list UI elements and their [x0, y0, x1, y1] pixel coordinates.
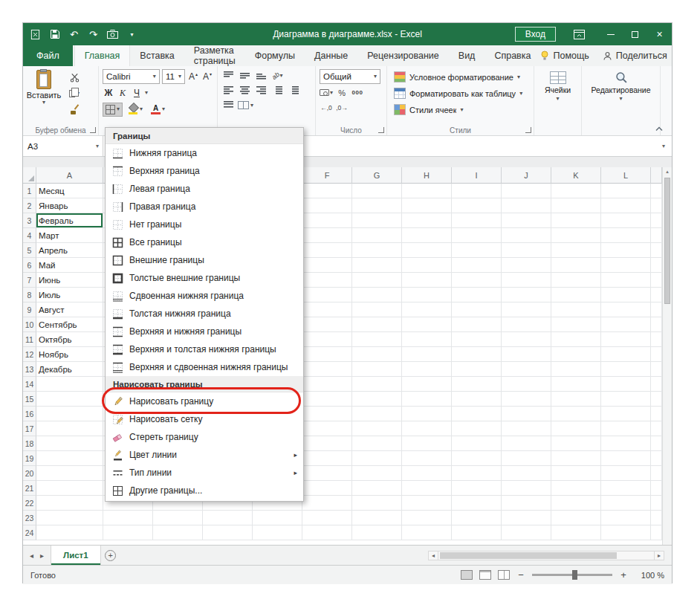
paste-button[interactable]: Вставить ▾ [27, 69, 61, 115]
page-layout-view-button[interactable] [479, 570, 491, 580]
styles-dialog-launcher[interactable] [525, 127, 531, 133]
cell-G14[interactable] [352, 377, 402, 392]
cells-button[interactable]: Ячейки ▾ [538, 69, 577, 102]
align-middle-button[interactable] [238, 69, 252, 82]
formula-bar-expand-button[interactable]: ▾ [655, 136, 672, 156]
cell-D24[interactable] [203, 525, 253, 540]
cell-I8[interactable] [452, 288, 502, 302]
cell-J18[interactable] [502, 436, 551, 451]
cell-K9[interactable] [551, 302, 601, 317]
cell-F20[interactable] [302, 466, 352, 481]
row-header-7[interactable]: 7 [23, 273, 36, 288]
tab-данные[interactable]: Данные [305, 45, 357, 66]
cell-F21[interactable] [302, 481, 352, 496]
cell-J24[interactable] [502, 525, 551, 540]
row-header-3[interactable]: 3 [23, 213, 36, 228]
cell-H17[interactable] [402, 421, 452, 436]
underline-button[interactable]: Ч [131, 86, 143, 100]
save-button[interactable] [48, 28, 61, 41]
menu-item-border-none[interactable]: Нет границы [106, 216, 303, 233]
cell-J4[interactable] [502, 228, 551, 243]
row-header-4[interactable]: 4 [23, 228, 36, 243]
cell-L14[interactable] [601, 377, 651, 392]
previous-sheet-button[interactable]: ◂ [30, 551, 33, 560]
cell-I4[interactable] [452, 228, 502, 243]
cell-A11[interactable]: Октябрь [36, 332, 103, 347]
align-top-button[interactable] [221, 69, 236, 82]
cell-J14[interactable] [502, 377, 551, 392]
percent-style-button[interactable]: % [335, 86, 349, 99]
cell-H2[interactable] [402, 198, 452, 213]
cell-G20[interactable] [352, 466, 402, 481]
row-header-9[interactable]: 9 [23, 302, 36, 317]
cell-J19[interactable] [502, 451, 551, 466]
cell-G15[interactable] [352, 392, 402, 407]
increase-font-size-button[interactable]: A▴ [187, 70, 199, 83]
cell-I3[interactable] [452, 213, 502, 228]
cell-A3[interactable]: Февраль [36, 213, 103, 228]
menu-item-line-color[interactable]: Цвет линии▸ [106, 446, 303, 464]
cell-L12[interactable] [601, 347, 651, 362]
cell-F9[interactable] [302, 302, 352, 317]
cell-I15[interactable] [452, 392, 502, 407]
cell-K20[interactable] [551, 466, 601, 481]
cell-A19[interactable] [36, 451, 103, 466]
cell-I19[interactable] [452, 451, 502, 466]
cell-G21[interactable] [352, 481, 402, 496]
menu-item-line-style[interactable]: Тип линии▸ [106, 464, 303, 482]
cell-L13[interactable] [601, 362, 651, 377]
cell-F3[interactable] [302, 213, 352, 228]
menu-item-border-double-bottom[interactable]: Сдвоенная нижняя граница [106, 287, 303, 305]
menu-item-border-thick-outside[interactable]: Толстые внешние границы [106, 269, 303, 287]
cell-F7[interactable] [302, 273, 352, 288]
format-as-table-button[interactable]: Форматировать как таблицу▾ [391, 85, 530, 101]
cell-L10[interactable] [601, 317, 651, 332]
cell-E24[interactable] [253, 525, 302, 540]
cell-A12[interactable]: Ноябрь [36, 347, 103, 362]
cell-A23[interactable] [36, 511, 103, 525]
cell-L24[interactable] [601, 525, 651, 540]
cell-G12[interactable] [352, 347, 402, 362]
cell-B24[interactable] [103, 525, 153, 540]
cell-A7[interactable]: Июнь [36, 273, 103, 288]
conditional-formatting-button[interactable]: Условное форматирование▾ [391, 69, 530, 85]
scroll-right-arrow-icon[interactable]: ▸ [654, 551, 664, 560]
menu-item-border-bottom[interactable]: Нижняя граница [106, 144, 303, 162]
cell-I18[interactable] [452, 436, 502, 451]
cell-A15[interactable] [36, 392, 103, 407]
cell-K6[interactable] [551, 258, 601, 273]
cell-G11[interactable] [352, 332, 402, 347]
cell-K17[interactable] [551, 421, 601, 436]
number-format-select[interactable]: Общий▾ [320, 69, 380, 84]
select-all-corner[interactable] [23, 167, 36, 184]
row-header-14[interactable]: 14 [23, 377, 36, 392]
cell-L3[interactable] [601, 213, 651, 228]
cell-I5[interactable] [452, 243, 502, 258]
normal-view-button[interactable] [461, 570, 473, 580]
cell-C23[interactable] [153, 511, 203, 525]
cell-L22[interactable] [601, 496, 651, 511]
cell-A16[interactable] [36, 407, 103, 421]
cell-G19[interactable] [352, 451, 402, 466]
font-size-select[interactable]: 11▾ [162, 69, 185, 84]
sheet-tab-list1[interactable]: Лист1 [51, 546, 101, 565]
cell-J17[interactable] [502, 421, 551, 436]
cell-K16[interactable] [551, 407, 601, 421]
row-header-18[interactable]: 18 [23, 436, 36, 451]
cell-A14[interactable] [36, 377, 103, 392]
row-header-24[interactable]: 24 [23, 525, 36, 540]
cell-H3[interactable] [402, 213, 452, 228]
cell-F13[interactable] [302, 362, 352, 377]
cell-F12[interactable] [302, 347, 352, 362]
cell-L1[interactable] [601, 184, 651, 198]
menu-item-border-thick-bottom[interactable]: Толстая нижняя граница [106, 305, 303, 323]
cell-I21[interactable] [452, 481, 502, 496]
cell-L8[interactable] [601, 288, 651, 302]
cell-G4[interactable] [352, 228, 402, 243]
cell-A10[interactable]: Сентябрь [36, 317, 103, 332]
zoom-out-button[interactable]: − [516, 569, 525, 580]
cell-J9[interactable] [502, 302, 551, 317]
cell-K13[interactable] [551, 362, 601, 377]
column-header-F[interactable]: F [302, 167, 352, 184]
tab-разметка-страницы[interactable]: Разметка страницы [184, 45, 245, 66]
